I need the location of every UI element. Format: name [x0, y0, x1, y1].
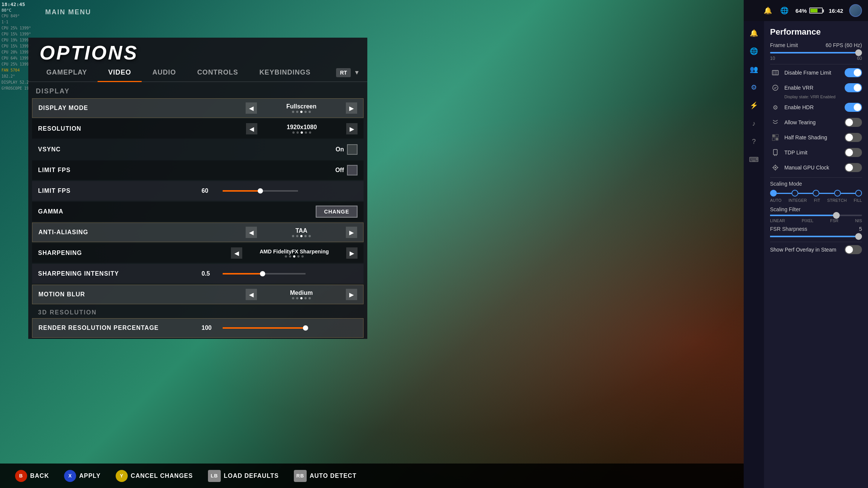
- tdp-limit-left: TDP Limit: [770, 147, 807, 158]
- frame-limit-max: 60: [857, 56, 862, 61]
- cancel-changes-button[interactable]: Y CANCEL CHANGES: [116, 470, 193, 482]
- disable-frame-limit-left: Disable Frame Limit: [770, 67, 831, 78]
- sidebar-music-icon[interactable]: ♪: [746, 116, 761, 131]
- notification-bell[interactable]: 🔔: [763, 5, 773, 16]
- vrr-icon: [770, 82, 781, 93]
- resolution-next[interactable]: ▶: [346, 123, 358, 134]
- svg-rect-9: [773, 149, 777, 155]
- enable-hdr-label: Enable HDR: [784, 104, 814, 110]
- resolution-label: RESOLUTION: [38, 125, 246, 132]
- sidebar-keyboard-icon[interactable]: ⌨: [746, 152, 761, 167]
- svg-rect-7: [772, 138, 775, 140]
- enable-hdr-toggle[interactable]: [845, 103, 862, 112]
- allow-tearing-toggle[interactable]: [845, 118, 862, 127]
- tab-arrow: ▼: [354, 69, 360, 76]
- scaling-mode-track: [770, 190, 862, 197]
- sidebar-globe-icon[interactable]: 🌐: [746, 44, 761, 59]
- vsync-control: On: [321, 144, 358, 155]
- display-mode-next[interactable]: ▶: [346, 102, 357, 114]
- scaling-stretch-dot[interactable]: [834, 190, 841, 197]
- scaling-integer-dot[interactable]: [792, 190, 798, 197]
- auto-detect-button[interactable]: RB AUTO DETECT: [294, 470, 356, 482]
- disable-frame-limit-toggle[interactable]: [845, 68, 862, 77]
- hdr-icon: ⚙: [770, 102, 781, 113]
- motion-blur-control: ◀ Medium ▶: [246, 289, 357, 300]
- fsr-track[interactable]: [770, 236, 862, 237]
- scaling-filter-track[interactable]: [770, 215, 862, 216]
- display-mode-value: Fullscreen: [260, 103, 343, 110]
- tab-audio[interactable]: AUDIO: [142, 64, 186, 82]
- anti-aliasing-prev[interactable]: ◀: [246, 227, 257, 238]
- frame-limit-thumb: [855, 49, 862, 56]
- fsr-fill: [770, 236, 858, 237]
- scaling-fill-dot[interactable]: [855, 190, 862, 197]
- svg-rect-8: [776, 138, 778, 140]
- scaling-filter-fill: [770, 215, 836, 216]
- auto-detect-label: AUTO DETECT: [310, 473, 356, 479]
- limit-fps-checkbox[interactable]: [347, 165, 358, 175]
- tab-rt[interactable]: RT: [336, 68, 351, 77]
- vsync-label: VSYNC: [38, 146, 321, 153]
- manual-gpu-clock-left: Manual GPU Clock: [770, 162, 829, 173]
- tab-controls[interactable]: CONTROLS: [186, 64, 249, 82]
- sharpening-intensity-label: SHARPENING INTENSITY: [38, 270, 194, 277]
- limit-fps-slider-control: 60: [202, 188, 358, 194]
- filter-linear-label: LINEAR: [770, 218, 785, 223]
- frame-limit-track[interactable]: [770, 52, 862, 53]
- motion-blur-prev[interactable]: ◀: [246, 289, 257, 300]
- resolution-value: 1920x1080: [260, 124, 343, 131]
- sharpening-next[interactable]: ▶: [346, 247, 358, 259]
- lb-icon: LB: [208, 470, 221, 482]
- motion-blur-value: Medium: [260, 290, 343, 296]
- vsync-checkbox[interactable]: [347, 144, 358, 155]
- setting-vsync: VSYNC On: [32, 140, 364, 159]
- enable-vrr-left: Enable VRR: [770, 82, 813, 93]
- enable-vrr-toggle[interactable]: [845, 83, 862, 92]
- apply-button[interactable]: X APPLY: [64, 470, 101, 482]
- motion-blur-next[interactable]: ▶: [346, 289, 357, 300]
- manual-gpu-clock-toggle[interactable]: [845, 163, 862, 172]
- show-perf-overlay-toggle[interactable]: [845, 245, 862, 254]
- globe-icon[interactable]: 🌐: [779, 5, 790, 16]
- frame-icon: [770, 67, 781, 78]
- tab-video[interactable]: VIDEO: [98, 64, 142, 82]
- load-defaults-button[interactable]: LB LOAD DEFAULTS: [208, 470, 279, 482]
- sharpening-intensity-track[interactable]: [223, 273, 306, 274]
- section-display-header: DISPLAY: [28, 82, 367, 98]
- gamma-change-button[interactable]: CHANGE: [316, 206, 358, 218]
- scaling-line-2: [798, 193, 813, 194]
- anti-aliasing-next[interactable]: ▶: [346, 227, 357, 238]
- scaling-line-3: [819, 193, 834, 194]
- tab-gameplay[interactable]: GAMEPLAY: [36, 64, 98, 82]
- scaling-fit-dot[interactable]: [813, 190, 819, 197]
- sidebar-help-icon[interactable]: ?: [746, 134, 761, 149]
- motion-blur-dots: [260, 297, 343, 299]
- back-button[interactable]: B BACK: [15, 470, 49, 482]
- scaling-auto-dot[interactable]: [770, 190, 777, 197]
- half-rate-shading-toggle[interactable]: [845, 133, 862, 142]
- fsr-sharpness-row: FSR Sharpness 5: [770, 226, 862, 232]
- tab-keybindings[interactable]: KEYBINDINGS: [249, 64, 321, 82]
- limit-fps-label: LIMIT FPS: [38, 167, 321, 174]
- display-mode-control: ◀ Fullscreen ▶: [246, 102, 357, 114]
- steam-avatar[interactable]: [849, 4, 862, 17]
- render-resolution-track[interactable]: [223, 327, 306, 329]
- sidebar-settings-icon[interactable]: ⚙: [746, 80, 761, 95]
- resolution-prev[interactable]: ◀: [246, 123, 257, 134]
- display-mode-prev[interactable]: ◀: [246, 102, 257, 114]
- sidebar-notification-icon[interactable]: 🔔: [746, 26, 761, 41]
- gpu-icon: [770, 162, 781, 173]
- disable-frame-limit-row: Disable Frame Limit: [770, 67, 862, 78]
- sharpening-prev[interactable]: ◀: [231, 247, 242, 259]
- setting-motion-blur: MOTION BLUR ◀ Medium ▶: [32, 285, 364, 304]
- tdp-limit-label: TDP Limit: [784, 149, 807, 156]
- render-resolution-value: 100: [202, 325, 217, 331]
- sidebar-friends-icon[interactable]: 👥: [746, 62, 761, 77]
- tdp-limit-toggle[interactable]: [845, 148, 862, 157]
- scale-auto-label: AUTO: [770, 198, 781, 203]
- scale-fit-label: FIT: [814, 198, 820, 203]
- svg-rect-6: [776, 134, 778, 137]
- sidebar-lightning-icon[interactable]: ⚡: [746, 98, 761, 113]
- limit-fps-track[interactable]: [223, 190, 298, 192]
- setting-sharpening-intensity: SHARPENING INTENSITY 0.5: [32, 264, 364, 284]
